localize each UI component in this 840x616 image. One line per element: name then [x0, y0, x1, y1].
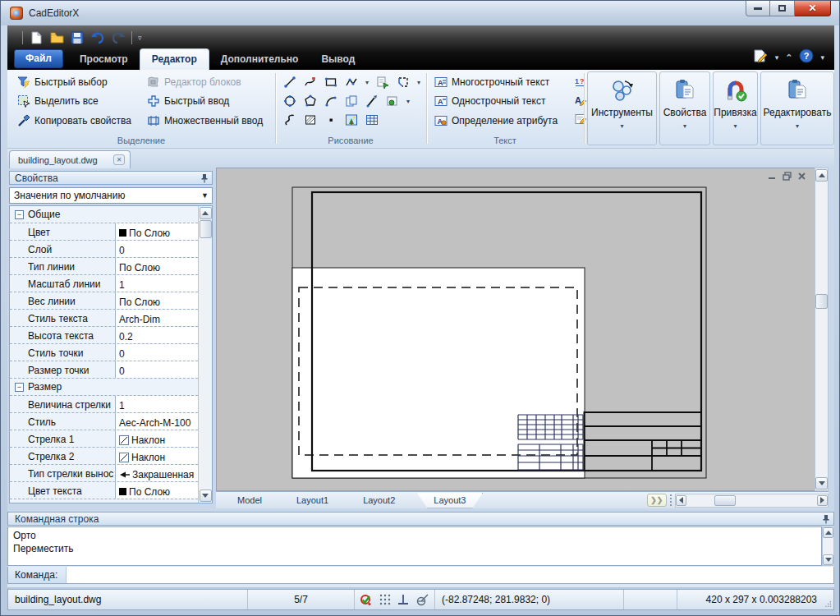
insert-block-icon[interactable] — [376, 76, 389, 89]
canvas-vertical-scrollbar[interactable] — [815, 168, 829, 491]
scroll-up-button[interactable] — [815, 169, 828, 182]
property-row[interactable]: Тип линииПо Слою — [10, 258, 198, 275]
open-folder-icon[interactable] — [49, 30, 64, 45]
quick-select-button[interactable]: Быстрый выбор — [17, 75, 108, 90]
save-icon[interactable] — [70, 30, 85, 45]
drawing-canvas[interactable] — [216, 168, 815, 491]
layout-tab-model[interactable]: Model — [227, 493, 272, 508]
canvas-horizontal-scrollbar[interactable] — [675, 494, 829, 508]
block-editor-button[interactable]: Редактор блоков — [147, 75, 241, 90]
layout-tab-layout1[interactable]: Layout1 — [287, 493, 338, 508]
single-line-text-button[interactable]: A Однострочный текст — [434, 94, 545, 108]
property-group-row[interactable]: Общие — [10, 206, 198, 223]
maximize-button[interactable] — [770, 1, 795, 16]
property-group-row[interactable]: Размер — [10, 379, 198, 396]
arc-icon[interactable] — [324, 94, 337, 108]
close-button[interactable]: ✕ — [795, 1, 831, 16]
tools-button[interactable]: Инструменты — [587, 71, 657, 145]
grid-icon[interactable] — [379, 593, 392, 606]
tab-view[interactable]: Просмотр — [68, 50, 140, 70]
pin-icon[interactable] — [822, 514, 830, 524]
command-input[interactable] — [67, 567, 833, 583]
quick-input-button[interactable]: Быстрый ввод — [147, 94, 229, 108]
collapse-icon[interactable] — [15, 383, 24, 392]
raster-image-icon[interactable] — [345, 113, 358, 126]
tab-editor[interactable]: Редактор — [140, 48, 209, 70]
copy-object-icon[interactable] — [345, 94, 358, 108]
pen-icon[interactable] — [365, 94, 379, 108]
property-row[interactable]: Высота текста0.2 — [10, 327, 198, 344]
polygon-icon[interactable] — [304, 94, 317, 108]
command-history[interactable]: Орто Переместить — [7, 526, 822, 566]
point-icon[interactable] — [324, 113, 337, 126]
tab-advanced[interactable]: Дополнительно — [209, 50, 310, 70]
spline-icon[interactable] — [283, 113, 296, 126]
multiline-text-button[interactable]: A Многострочный текст — [434, 75, 549, 90]
document-close-icon[interactable]: ✕ — [113, 154, 125, 165]
collapse-icon[interactable] — [15, 210, 24, 219]
property-row[interactable]: Масштаб линии1 — [10, 275, 198, 292]
mdi-close-icon[interactable] — [797, 172, 806, 181]
tab-output[interactable]: Вывод — [310, 50, 366, 70]
property-row[interactable]: СтильAec-Arch-M-100 — [10, 413, 198, 430]
properties-button[interactable]: Свойства — [659, 71, 710, 145]
property-row[interactable]: Слой0 — [10, 241, 198, 258]
scrollbar-thumb[interactable] — [200, 220, 212, 238]
scroll-right-button[interactable] — [817, 495, 828, 506]
property-row[interactable]: Стиль текстаArch-Dim — [10, 310, 198, 327]
layout-tab-layout2[interactable]: Layout2 — [353, 493, 405, 508]
property-row[interactable]: Стрелка 2Наклон — [10, 448, 198, 465]
hatch-icon[interactable] — [304, 113, 317, 126]
boundary-icon[interactable] — [397, 76, 410, 89]
multiline-dropdown-icon[interactable] — [365, 79, 369, 86]
property-row[interactable]: ЦветПо Слою — [10, 223, 198, 241]
property-row[interactable]: Тип стрелки выносЗакрашенная — [10, 465, 198, 482]
perpendicular-icon[interactable] — [397, 593, 410, 606]
pin-icon[interactable] — [200, 173, 209, 183]
property-row[interactable]: Стрелка 1Наклон — [10, 430, 198, 448]
property-row[interactable]: Стиль точки0 — [10, 344, 198, 361]
select-all-button[interactable]: Выделить все — [17, 94, 99, 108]
match-properties-button[interactable]: Копировать свойства — [17, 113, 131, 128]
property-row[interactable]: Размер точки0 — [10, 361, 198, 379]
property-row[interactable]: Вес линииПо Слою — [10, 292, 198, 310]
scroll-up-button[interactable] — [200, 207, 212, 219]
help-icon[interactable]: ? — [799, 48, 814, 67]
new-document-icon[interactable] — [29, 30, 44, 45]
property-row[interactable]: Величина стрелки1 — [10, 396, 198, 413]
edit-pad-icon[interactable] — [574, 113, 587, 126]
scroll-down-button[interactable] — [200, 490, 212, 502]
edit-style-dropdown-icon[interactable]: ▾ — [775, 53, 779, 62]
properties-scrollbar[interactable] — [198, 206, 212, 503]
boundary-dropdown-icon[interactable] — [417, 79, 420, 86]
field-icon[interactable]: 1? — [574, 75, 587, 88]
table-icon[interactable] — [365, 113, 379, 126]
ortho-icon[interactable] — [415, 593, 429, 606]
circle-icon[interactable] — [283, 94, 296, 108]
edit-text-icon[interactable]: A — [574, 94, 587, 107]
document-tab[interactable]: building_layout.dwg ✕ — [9, 150, 131, 168]
mdi-restore-icon[interactable] — [783, 172, 792, 181]
property-row[interactable]: Цвет текстаПо Слою — [10, 482, 198, 499]
layout-list-chevron-icon[interactable]: ❯❯ — [647, 494, 667, 507]
mdi-minimize-icon[interactable] — [768, 172, 777, 181]
layout-tab-layout3[interactable]: Layout3 — [416, 493, 483, 508]
edit-style-icon[interactable] — [752, 48, 769, 67]
scrollbar-thumb[interactable] — [815, 294, 828, 309]
image-icon[interactable] — [386, 94, 399, 108]
scroll-up-button[interactable] — [823, 527, 833, 538]
object-snap-icon[interactable] — [360, 593, 374, 607]
scroll-down-button[interactable] — [823, 554, 833, 565]
scrollbar-thumb[interactable] — [714, 495, 736, 506]
scroll-left-button[interactable] — [676, 495, 686, 506]
redo-icon[interactable] — [111, 30, 126, 45]
multiline-icon[interactable] — [345, 76, 358, 89]
help-dropdown-icon[interactable]: ▾ — [820, 53, 824, 62]
command-history-scrollbar[interactable] — [822, 526, 834, 566]
properties-preset-dropdown[interactable]: Значения по умолчанию ▼ — [9, 187, 213, 204]
tab-file[interactable]: Файл — [14, 49, 63, 68]
multiple-input-button[interactable]: Множественный ввод — [147, 113, 263, 128]
collapse-ribbon-icon[interactable]: ⌃ — [785, 53, 792, 63]
attribute-definition-button[interactable]: A Определение атрибута — [434, 113, 558, 128]
rectangle-icon[interactable] — [324, 76, 337, 89]
